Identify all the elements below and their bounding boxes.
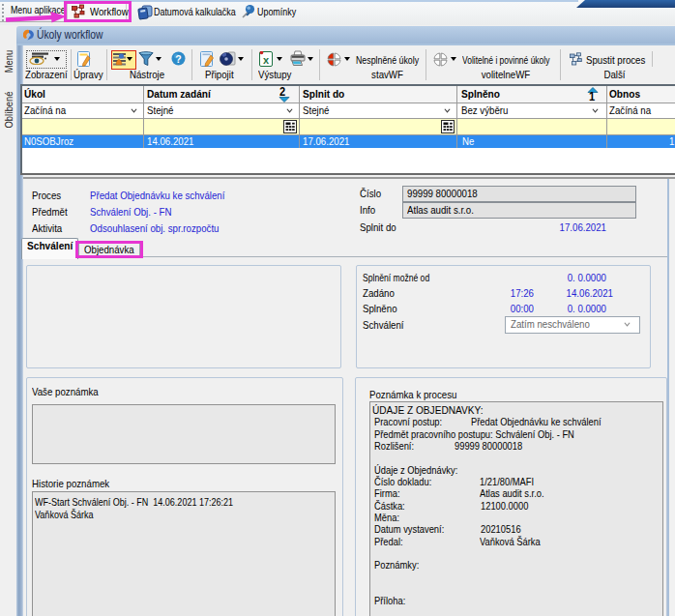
svg-text:x: x	[263, 54, 270, 66]
svg-text:?: ?	[175, 53, 181, 65]
